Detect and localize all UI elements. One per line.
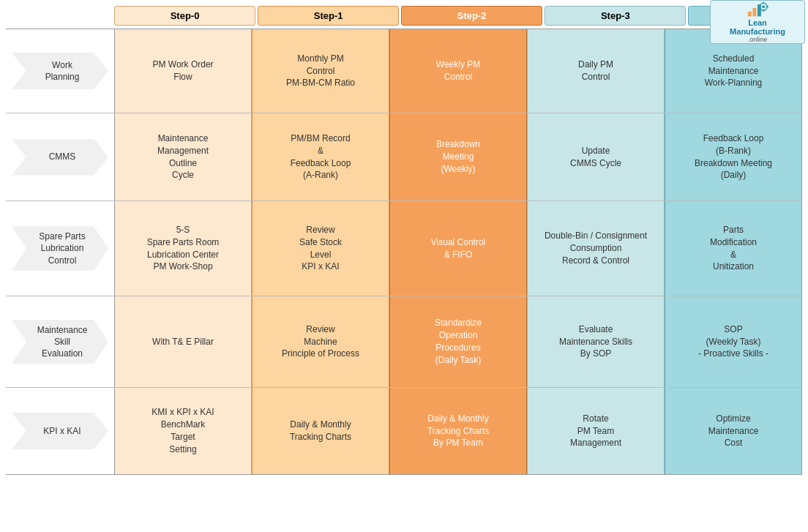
svg-rect-1: [752, 8, 756, 17]
logo-lean: Lean: [748, 18, 767, 27]
cell-text-4-0: KMI x KPI x KAI BenchMark Target Setting: [152, 406, 214, 455]
cell-3-0: With T& E Pillar: [114, 296, 252, 387]
cell-text-0-2: Weekly PM Control: [436, 59, 480, 83]
cell-4-1: Daily & Monthly Tracking Charts: [252, 388, 389, 474]
cell-2-1: Review Safe Stock Level KPI x KAI: [252, 201, 389, 296]
cell-text-2-0: 5-S Spare Parts Room Lubrication Center …: [147, 224, 220, 273]
cell-4-0: KMI x KPI x KAI BenchMark Target Setting: [114, 388, 252, 474]
cell-text-0-0: PM Work Order Flow: [152, 59, 213, 83]
cell-3-4: SOP (Weekly Task) - Proactive Skills -: [665, 296, 802, 387]
cell-0-0: PM Work Order Flow: [114, 29, 252, 113]
cell-text-2-2: Visual Control & FIFO: [431, 236, 485, 261]
step-header-0: Step-0: [114, 6, 255, 26]
cell-text-0-1: Monthly PM Control PM-BM-CM Ratio: [286, 53, 355, 89]
row-arrow-3: Maintenance Skill Evaluation: [12, 320, 108, 364]
logo-online: .online: [748, 36, 768, 43]
cell-text-2-4: Parts Modification & Unitization: [710, 224, 757, 273]
cell-0-1: Monthly PM Control PM-BM-CM Ratio: [252, 29, 389, 113]
cell-text-4-2: Daily & Monthly Tracking Charts By PM Te…: [427, 413, 489, 449]
logo-box: Lean Manufacturing .online: [710, 0, 805, 44]
cell-2-4: Parts Modification & Unitization: [665, 201, 802, 296]
row-label-4: KPI x KAI: [6, 388, 114, 474]
svg-rect-0: [748, 12, 752, 17]
cell-text-1-2: Breakdown Meeting (Weekly): [436, 138, 480, 175]
cell-1-4: Feedback Loop (B-Rank) Breakdown Meeting…: [665, 113, 802, 201]
cell-text-4-4: Optimize Maintenance Cost: [708, 413, 759, 449]
row-3: Maintenance Skill EvaluationWith T& E Pi…: [6, 296, 802, 387]
row-arrow-2: Spare Parts Lubrication Control: [12, 226, 108, 271]
cell-text-3-3: Evaluate Maintenance Skills By SOP: [559, 323, 632, 360]
cell-text-1-3: Update CMMS Cycle: [570, 145, 621, 170]
row-0: Work PlanningPM Work Order FlowMonthly P…: [6, 29, 802, 113]
step-header-1: Step-1: [258, 6, 399, 26]
row-arrow-0: Work Planning: [12, 53, 108, 89]
cell-3-3: Evaluate Maintenance Skills By SOP: [527, 296, 665, 387]
cell-2-2: Visual Control & FIFO: [389, 201, 527, 296]
step-headers: Step-0 Step-1 Step-2 Step-3 Step-4: [114, 6, 802, 26]
cell-1-2: Breakdown Meeting (Weekly): [389, 113, 527, 201]
cell-text-2-1: Review Safe Stock Level KPI x KAI: [299, 224, 342, 273]
svg-rect-6: [763, 10, 764, 11]
row-2: Spare Parts Lubrication Control5-S Spare…: [6, 201, 802, 296]
cell-text-1-1: PM/BM Record & Feedback Loop (A-Rank): [291, 132, 351, 181]
cell-text-3-0: With T& E Pillar: [152, 336, 214, 348]
cell-text-1-4: Feedback Loop (B-Rank) Breakdown Meeting…: [695, 132, 772, 181]
data-grid: Work PlanningPM Work Order FlowMonthly P…: [6, 29, 802, 475]
svg-rect-7: [759, 6, 760, 7]
cell-3-2: Standardize Operation Procedures (Daily …: [389, 296, 527, 387]
cell-text-1-0: Maintenance Management Outline Cycle: [157, 132, 209, 181]
row-label-2: Spare Parts Lubrication Control: [6, 201, 114, 296]
logo-manufacturing: Manufacturing: [730, 27, 785, 36]
cell-text-3-4: SOP (Weekly Task) - Proactive Skills -: [698, 323, 768, 360]
cell-2-3: Double-Bin / Consignment Consumption Rec…: [527, 201, 665, 296]
main-container: Step-0 Step-1 Step-2 Step-3 Step-4: [0, 0, 808, 481]
cell-0-2: Weekly PM Control: [389, 29, 527, 113]
cell-3-1: Review Machine Principle of Process: [252, 296, 389, 387]
cell-4-4: Optimize Maintenance Cost: [665, 388, 802, 474]
cell-text-2-3: Double-Bin / Consignment Consumption Rec…: [545, 230, 647, 266]
row-arrow-4: KPI x KAI: [12, 413, 108, 449]
cell-text-3-2: Standardize Operation Procedures (Daily …: [435, 317, 482, 366]
cell-text-0-3: Daily PM Control: [578, 59, 613, 83]
row-label-0: Work Planning: [6, 29, 114, 113]
cell-0-3: Daily PM Control: [527, 29, 665, 113]
cell-1-1: PM/BM Record & Feedback Loop (A-Rank): [252, 113, 389, 201]
svg-point-4: [762, 5, 765, 8]
svg-rect-8: [766, 6, 768, 7]
row-label-3: Maintenance Skill Evaluation: [6, 296, 114, 387]
step-header-2: Step-2: [401, 6, 542, 26]
step-header-3: Step-3: [545, 6, 686, 26]
cell-4-3: Rotate PM Team Management: [527, 388, 665, 474]
cell-1-3: Update CMMS Cycle: [527, 113, 665, 201]
row-4: KPI x KAIKMI x KPI x KAI BenchMark Targe…: [6, 387, 802, 475]
cell-2-0: 5-S Spare Parts Room Lubrication Center …: [114, 201, 252, 296]
top-bar: Step-0 Step-1 Step-2 Step-3 Step-4: [6, 6, 802, 26]
row-arrow-1: CMMS: [12, 139, 108, 176]
row-1: CMMSMaintenance Management Outline Cycle…: [6, 113, 802, 201]
cell-text-3-1: Review Machine Principle of Process: [282, 323, 359, 360]
cell-text-4-3: Rotate PM Team Management: [570, 413, 621, 449]
svg-rect-5: [763, 2, 764, 4]
cell-text-4-1: Daily & Monthly Tracking Charts: [290, 419, 351, 443]
cell-text-0-4: Scheduled Maintenance Work-Planning: [705, 53, 762, 89]
cell-1-0: Maintenance Management Outline Cycle: [114, 113, 252, 201]
row-label-1: CMMS: [6, 113, 114, 201]
cell-4-2: Daily & Monthly Tracking Charts By PM Te…: [389, 388, 527, 474]
